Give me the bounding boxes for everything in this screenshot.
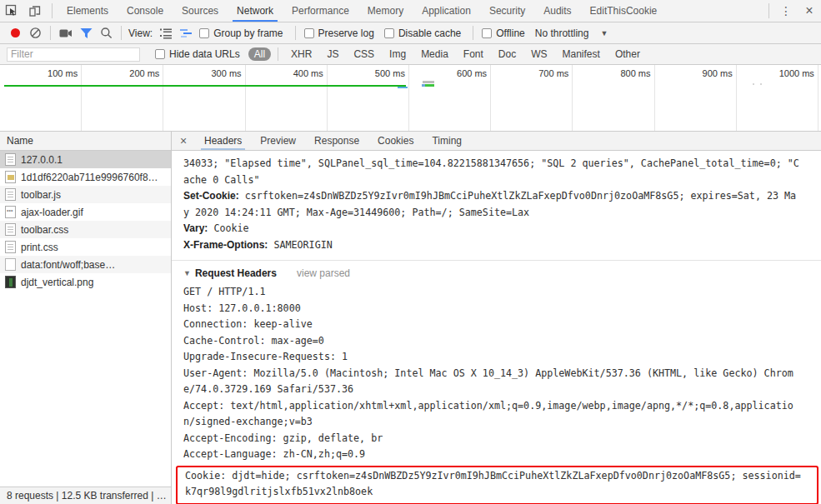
raw-header-line: Accept-Language: zh-CN,zh;q=0.9 <box>183 447 821 463</box>
divider <box>52 3 53 18</box>
divider <box>295 26 296 40</box>
tab-timing[interactable]: Timing <box>423 132 471 150</box>
headers-panel: 34033; "Elapsed time", SQLPanel_sql_time… <box>172 151 821 504</box>
kebab-menu-icon[interactable]: ⋮ <box>774 0 798 22</box>
divider <box>50 26 51 40</box>
file-row[interactable]: toolbar.css <box>0 221 171 238</box>
filter-type-manifest[interactable]: Manifest <box>557 47 606 61</box>
timeline-tick: 800 ms <box>573 65 654 131</box>
tab-preview[interactable]: Preview <box>251 132 305 150</box>
tab-cookies[interactable]: Cookies <box>368 132 423 150</box>
throttling-select[interactable]: No throttling ▼ <box>535 27 608 39</box>
view-parsed-link[interactable]: view parsed <box>297 267 350 279</box>
disable-cache-label[interactable]: Disable cache <box>398 27 461 39</box>
header-line: X-Frame-Options: SAMEORIGIN <box>183 237 821 254</box>
large-request-rows-icon[interactable] <box>156 24 176 42</box>
file-name: data:font/woff;base… <box>21 259 115 271</box>
tab-memory[interactable]: Memory <box>358 0 413 22</box>
raw-header-line: Accept: text/html,application/xhtml+xml,… <box>183 398 821 415</box>
filter-type-font[interactable]: Font <box>458 47 489 61</box>
inspect-element-icon[interactable] <box>0 0 23 22</box>
stylesheet-icon <box>5 241 16 253</box>
network-overview[interactable]: 100 ms 200 ms 300 ms 400 ms 500 ms 600 m… <box>0 65 821 132</box>
cookie-header-line: Cookie: djdt=hide; csrftoken=z4sDnWBZDz5… <box>185 468 817 485</box>
offline-label[interactable]: Offline <box>496 27 524 39</box>
cookie-header-line: k7qr98l9gdlritjslxfb51vx2lnb8oek <box>185 484 817 501</box>
disable-cache-checkbox[interactable] <box>384 28 394 38</box>
filter-type-img[interactable]: Img <box>383 47 412 61</box>
filter-type-other[interactable]: Other <box>609 47 646 61</box>
filter-type-media[interactable]: Media <box>415 47 454 61</box>
hide-data-urls-label[interactable]: Hide data URLs <box>169 48 240 60</box>
group-by-frame-label[interactable]: Group by frame <box>213 27 283 39</box>
tab-performance[interactable]: Performance <box>283 0 358 22</box>
file-row[interactable]: print.css <box>0 238 171 256</box>
detail-tabbar: × Headers Preview Response Cookies Timin… <box>172 132 821 151</box>
filter-type-all[interactable]: All <box>248 47 271 61</box>
png-image-icon <box>5 276 16 288</box>
view-label: View: <box>128 27 153 39</box>
hide-data-urls-checkbox[interactable] <box>155 49 165 59</box>
screenshot-camera-icon[interactable] <box>56 24 76 42</box>
devtools-tabbar: Elements Console Sources Network Perform… <box>0 0 821 22</box>
network-toolbar: View: Group by frame Preserve log Disabl… <box>0 22 821 44</box>
file-row[interactable]: ajax-loader.gif <box>0 203 171 221</box>
timeline-tick: 200 ms <box>82 65 163 131</box>
file-row[interactable]: 127.0.0.1 <box>0 151 171 168</box>
throttling-value: No throttling <box>535 27 589 39</box>
filter-type-xhr[interactable]: XHR <box>285 47 318 61</box>
chevron-down-icon: ▼ <box>600 29 608 37</box>
header-line: Vary: Cookie <box>183 221 821 237</box>
tab-editthiscookie[interactable]: EditThisCookie <box>581 0 667 22</box>
tab-sources[interactable]: Sources <box>173 0 228 22</box>
filter-input[interactable] <box>7 47 140 62</box>
tab-application[interactable]: Application <box>413 0 480 22</box>
file-name: djdt_vertical.png <box>21 277 93 288</box>
tab-security[interactable]: Security <box>480 0 534 22</box>
record-button[interactable] <box>5 24 25 42</box>
filter-type-css[interactable]: CSS <box>348 47 380 61</box>
preserve-log-label[interactable]: Preserve log <box>318 27 374 39</box>
raw-header-line: Upgrade-Insecure-Requests: 1 <box>183 349 821 366</box>
overview-request-bar <box>423 81 434 83</box>
tab-audits[interactable]: Audits <box>534 0 580 22</box>
offline-checkbox[interactable] <box>482 28 492 38</box>
file-row[interactable]: 1d1df6220ab711e9996760f8… <box>0 168 171 186</box>
device-toolbar-icon[interactable] <box>23 0 47 22</box>
filter-bar: Hide data URLs All XHR JS CSS Img Media … <box>0 44 821 65</box>
overview-load-line <box>4 85 406 87</box>
tab-response[interactable]: Response <box>305 132 368 150</box>
raw-header-line: User-Agent: Mozilla/5.0 (Macintosh; Inte… <box>183 366 821 382</box>
file-row[interactable]: data:font/woff;base… <box>0 256 171 273</box>
file-name: print.css <box>21 242 58 253</box>
file-row[interactable]: toolbar.js <box>0 186 171 203</box>
font-data-icon <box>5 258 16 271</box>
divider <box>121 26 122 40</box>
preserve-log-checkbox[interactable] <box>304 28 314 38</box>
timeline-tick: 100 ms <box>0 65 82 131</box>
tab-network[interactable]: Network <box>228 0 283 22</box>
filter-type-doc[interactable]: Doc <box>493 47 522 61</box>
close-icon[interactable]: × <box>798 0 821 22</box>
clear-icon[interactable] <box>25 24 45 42</box>
name-column-header[interactable]: Name <box>0 132 171 151</box>
script-icon <box>5 188 16 201</box>
status-bar: 8 requests | 12.5 KB transferred | … <box>0 487 171 504</box>
filter-type-js[interactable]: JS <box>321 47 344 61</box>
group-by-frame-checkbox[interactable] <box>199 28 209 38</box>
waterfall-overview-icon[interactable] <box>176 24 196 42</box>
raw-header-line: Cache-Control: max-age=0 <box>183 333 821 350</box>
tab-headers[interactable]: Headers <box>195 132 251 150</box>
tab-elements[interactable]: Elements <box>58 0 118 22</box>
response-headers-section: 34033; "Elapsed time", SQLPanel_sql_time… <box>172 151 821 260</box>
filter-type-ws[interactable]: WS <box>525 47 553 61</box>
close-detail-icon[interactable]: × <box>172 132 195 150</box>
header-line: Set-Cookie: csrftoken=z4sDnWBZDz5Y9zIvr0… <box>183 188 821 205</box>
filter-funnel-icon[interactable] <box>76 24 96 42</box>
search-icon[interactable] <box>96 24 116 42</box>
file-row[interactable]: djdt_vertical.png <box>0 273 171 291</box>
disclosure-triangle-icon[interactable]: ▼ <box>183 269 191 277</box>
tab-console[interactable]: Console <box>118 0 173 22</box>
raw-header-line: Accept-Encoding: gzip, deflate, br <box>183 431 821 447</box>
image-icon <box>5 171 16 183</box>
